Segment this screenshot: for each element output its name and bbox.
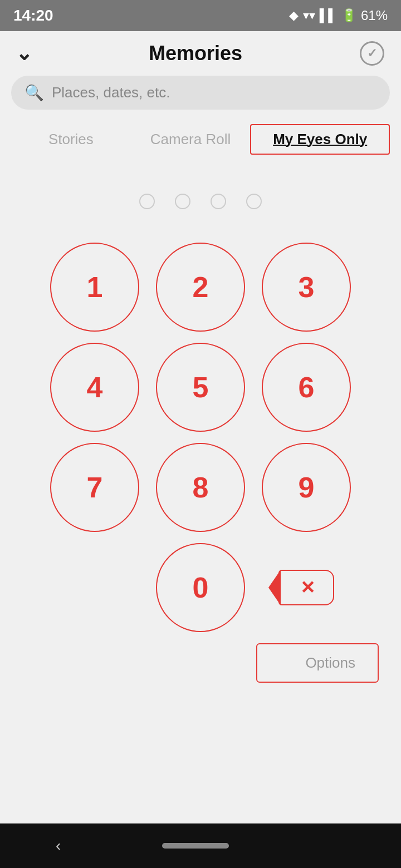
key-9[interactable]: 9 <box>262 443 351 532</box>
key-1[interactable]: 1 <box>50 243 139 332</box>
header: ⌄ Memories ✓ <box>0 31 401 76</box>
select-button[interactable]: ✓ <box>359 40 385 67</box>
backspace-icon: ✕ <box>278 570 334 605</box>
options-button[interactable]: Options <box>256 643 379 683</box>
battery-icon: 🔋 <box>341 8 356 23</box>
key-3[interactable]: 3 <box>262 243 351 332</box>
check-icon: ✓ <box>367 46 377 61</box>
search-icon: 🔍 <box>25 83 44 102</box>
main-content: 1 2 3 4 5 6 7 8 9 0 ✕ Options <box>0 160 401 823</box>
key-0[interactable]: 0 <box>156 543 245 632</box>
pin-dot-3 <box>211 194 226 209</box>
wifi-icon: ▾▾ <box>303 8 315 23</box>
page-title: Memories <box>149 42 242 65</box>
mobile-signal-icon: ▌▌ <box>320 8 337 23</box>
back-button[interactable]: ‹ <box>56 837 61 855</box>
pin-dots <box>139 194 262 209</box>
key-6[interactable]: 6 <box>262 343 351 432</box>
status-bar: 14:20 ◆ ▾▾ ▌▌ 🔋 61% <box>0 0 401 31</box>
search-bar[interactable]: 🔍 Places, dates, etc. <box>11 76 390 110</box>
backspace-button[interactable]: ✕ <box>262 543 351 632</box>
nav-bar: ‹ <box>0 823 401 868</box>
options-area: Options <box>22 632 379 688</box>
keypad-row-4: 0 ✕ <box>50 543 351 632</box>
keypad: 1 2 3 4 5 6 7 8 9 0 ✕ <box>22 243 379 632</box>
tab-my-eyes-only[interactable]: My Eyes Only <box>250 124 390 155</box>
key-5[interactable]: 5 <box>156 343 245 432</box>
key-empty <box>50 543 139 632</box>
pin-dot-4 <box>246 194 262 209</box>
tabs-container: Stories Camera Roll My Eyes Only <box>0 119 401 160</box>
keypad-row-3: 7 8 9 <box>50 443 351 532</box>
key-7[interactable]: 7 <box>50 443 139 532</box>
pin-dot-2 <box>175 194 190 209</box>
search-input[interactable]: Places, dates, etc. <box>52 84 170 101</box>
home-pill[interactable] <box>162 843 229 849</box>
status-time: 14:20 <box>13 7 53 24</box>
battery-level: 61% <box>361 8 388 23</box>
keypad-row-2: 4 5 6 <box>50 343 351 432</box>
search-container: 🔍 Places, dates, etc. <box>0 76 401 119</box>
key-4[interactable]: 4 <box>50 343 139 432</box>
key-8[interactable]: 8 <box>156 443 245 532</box>
collapse-button[interactable]: ⌄ <box>16 42 32 65</box>
key-2[interactable]: 2 <box>156 243 245 332</box>
signal-icon: ◆ <box>289 8 299 23</box>
tab-stories[interactable]: Stories <box>11 123 131 156</box>
status-icons: ◆ ▾▾ ▌▌ 🔋 61% <box>289 8 388 23</box>
keypad-row-1: 1 2 3 <box>50 243 351 332</box>
tab-camera-roll[interactable]: Camera Roll <box>131 123 251 156</box>
pin-dot-1 <box>139 194 155 209</box>
